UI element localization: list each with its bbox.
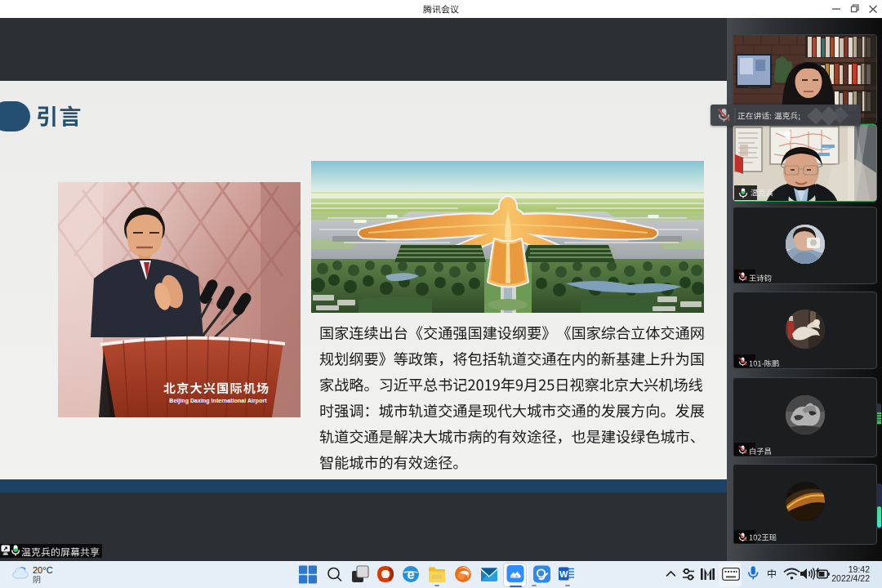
svg-text:Beijing Daxing International A: Beijing Daxing International Airport (169, 398, 267, 404)
svg-text:e: e (408, 568, 415, 581)
svg-text:W: W (559, 569, 568, 579)
